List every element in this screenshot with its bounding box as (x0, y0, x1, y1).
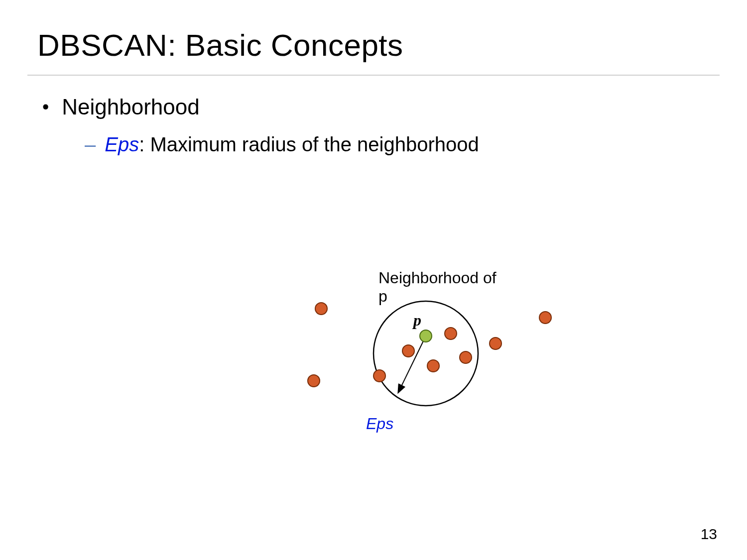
data-point (308, 375, 320, 387)
title-rule (27, 75, 720, 76)
data-point (460, 351, 472, 363)
eps-radius-arrow (398, 336, 426, 392)
data-point (315, 303, 327, 315)
data-point (402, 345, 414, 357)
page-number: 13 (701, 526, 717, 543)
bullet-level2-text: Eps: Maximum radius of the neighborhood (105, 133, 479, 156)
bullet-level2-rest: : Maximum radius of the neighborhood (139, 133, 479, 155)
diagram-svg (149, 269, 598, 448)
bullet-level1-text: Neighborhood (62, 95, 199, 119)
eps-term: Eps (105, 133, 139, 155)
center-point-p (420, 330, 432, 342)
slide: DBSCAN: Basic Concepts • Neighborhood – … (0, 0, 747, 560)
bullet-dot-icon: • (42, 97, 49, 118)
bullet-dash-icon: – (85, 133, 96, 156)
bullet-level1: • Neighborhood (42, 95, 200, 119)
neighborhood-diagram: Neighborhood of p p Eps (149, 269, 498, 448)
data-point (427, 360, 439, 372)
data-point (539, 312, 551, 324)
bullet-level2: – Eps: Maximum radius of the neighborhoo… (85, 133, 479, 156)
data-point (490, 337, 501, 349)
data-point (445, 328, 457, 339)
slide-title: DBSCAN: Basic Concepts (37, 27, 403, 63)
data-point (374, 370, 385, 382)
